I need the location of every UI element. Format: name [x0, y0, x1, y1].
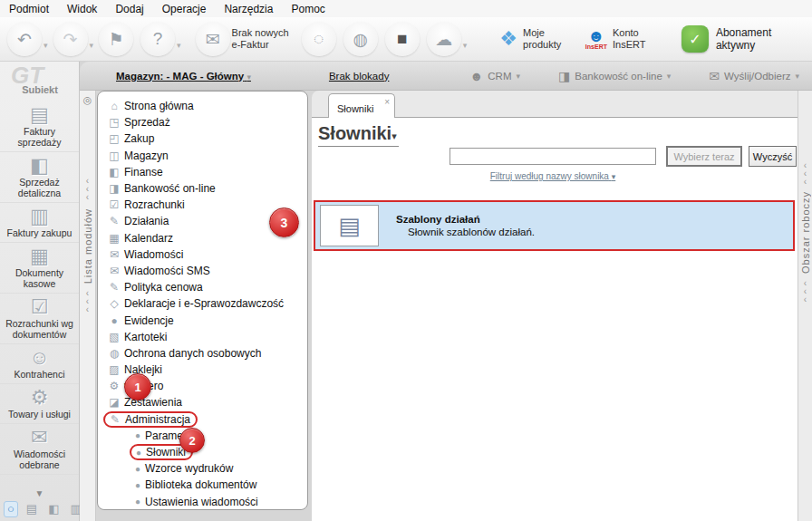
module-icon: ☑ [2, 296, 77, 318]
mini-tab-retail[interactable]: ◧ [45, 502, 62, 516]
sidebar-item-faktury-zakupu[interactable]: ▥ Faktury zakupu [0, 203, 79, 243]
chevron-down-icon[interactable]: ▾ [44, 41, 48, 50]
tree-item-ustawienia-wiadomosci[interactable]: ● Ustawienia wiadomości [132, 496, 258, 508]
mini-tab-modules[interactable]: ○ [4, 501, 18, 517]
insert-badge: InsERT [585, 43, 607, 50]
ksef-envelope-icon[interactable]: ✉ [196, 22, 230, 56]
collapse-chevron-icon: ‹ [804, 295, 807, 304]
menu-item[interactable]: Podmiot [9, 3, 49, 15]
forward-button[interactable]: ↷ [53, 22, 88, 56]
cloud-button[interactable]: ☁ [427, 22, 461, 56]
tree-item-bankowosc-on-line[interactable]: ◨ Bankowość on-line [106, 182, 216, 195]
tree-item-kartoteki[interactable]: ▧ Kartoteki [106, 331, 167, 343]
tree-item-icon: ⚙ [106, 380, 122, 392]
sidebar-item-faktury-sprzedazy[interactable]: ▤ Faktury sprzedaży [0, 101, 79, 152]
brak-blokady-link[interactable]: Brak blokady [329, 71, 389, 82]
tree-row: ✉ Wiadomości [98, 246, 307, 263]
tree-item-ochrona-danych-osobowych[interactable]: ◍ Ochrona danych osobowych [106, 347, 261, 360]
chevron-down-icon[interactable]: ▾ [90, 41, 94, 50]
close-icon[interactable]: × [384, 97, 390, 107]
back-button[interactable]: ↶ [7, 22, 42, 56]
sidebar-item-towary-i-uslugi[interactable]: ⚙ Towary i usługi [0, 384, 79, 424]
globe-button[interactable]: ◍ [343, 22, 378, 56]
cube-button[interactable]: ■ [385, 22, 420, 56]
chevron-down-icon[interactable]: ▾ [177, 41, 181, 50]
wybierz-teraz-button[interactable]: Wybierz teraz [666, 146, 742, 167]
tree-row: ● Wzorce wydruków [98, 460, 307, 477]
crm-menu[interactable]: ☻ CRM ▾ [470, 69, 520, 83]
flag-button[interactable]: ⚑ [99, 22, 133, 56]
module-sidebar: GT Subiekt ▤ Faktury sprzedaży ◧ Sprzeda… [0, 62, 80, 521]
tree-item-icon: ☑ [106, 198, 122, 211]
menu-item[interactable]: Operacje [162, 3, 207, 15]
send-receive-icon: ✉ [709, 69, 720, 83]
modules-strip[interactable]: ◎ ‹ ‹ ‹ Lista modułów ‹ ‹ ‹ [80, 91, 96, 521]
tree-item-wiadomosci[interactable]: ✉ Wiadomości [106, 248, 183, 261]
tree-item-kalendarz[interactable]: ▦ Kalendarz [106, 232, 173, 245]
tab-slowniki[interactable]: Słowniki × [328, 93, 395, 119]
dictionary-search-input[interactable] [450, 148, 656, 165]
bank-lock-icon: ◨ [558, 69, 570, 83]
magazyn-selector-link[interactable]: Magazyn: - MAG - Główny ▾ [116, 71, 251, 82]
menu-item[interactable]: Pomoc [291, 3, 324, 15]
tree-item-polityka-cenowa[interactable]: ✎ Polityka cenowa [106, 281, 203, 294]
menu-item[interactable]: Narzędzia [224, 3, 273, 15]
tree-item-icon: ✎ [106, 281, 122, 294]
tree-item-biblioteka-dokumentow[interactable]: ● Biblioteka dokumentów [132, 478, 256, 491]
workspace-strip[interactable]: ‹ ‹ ‹ Obszar roboczy ‹ ‹ ‹ [798, 91, 812, 521]
tree-row: ⌂ Strona główna [98, 98, 307, 114]
tree-item-dzialania[interactable]: ✎ Działania [106, 215, 169, 227]
chevron-down-icon: ▾ [795, 72, 799, 81]
tree-item-finanse[interactable]: ◧ Finanse [106, 166, 163, 178]
tree-item-icon: ▦ [106, 232, 122, 245]
tree-item-wzorce-wydrukow[interactable]: ● Wzorce wydruków [132, 462, 233, 475]
insert-account-icon[interactable]: ☻ InsERT [585, 28, 607, 50]
dict-item-szablony-dzialan[interactable]: ▤ Szablony działań Słownik szablonów dzi… [314, 200, 795, 251]
tree-item-sprzedaz[interactable]: ◳ Sprzedaż [106, 116, 170, 129]
tree-item-ewidencje[interactable]: ● Ewidencje [106, 314, 174, 327]
tree-item-icon: ◫ [106, 150, 122, 162]
main-toolbar: ↶ ▾ ↷ ▾ ⚑ ? ▾ ✉ Brak nowych e-Faktur ◌ [0, 17, 812, 62]
tree-item-label: Kartoteki [124, 331, 167, 343]
sidebar-item-wiadomosci-odebrane[interactable]: ✉ Wiadomości odebrane [0, 424, 79, 475]
tree-item-rozrachunki[interactable]: ☑ Rozrachunki [106, 198, 185, 211]
dictionary-description: Słownik szablonów działań. [408, 227, 535, 237]
tree-item-zakup[interactable]: ◰ Zakup [106, 132, 154, 145]
sidebar-item-dokumenty-kasowe[interactable]: ▦ Dokumenty kasowe [0, 243, 79, 294]
konto-insert-label[interactable]: Konto InsERT [613, 27, 649, 51]
dictionary-title: Szablony działań [396, 214, 535, 225]
wyslij-odbierz-menu[interactable]: ✉ Wyślij/Odbierz ▾ [709, 69, 799, 83]
tree-item-label: Sprzedaż [124, 116, 170, 129]
tree-item-wiadomosci-sms[interactable]: ✉ Wiadomości SMS [106, 265, 210, 277]
sidebar-item-sprzedaz-detaliczna[interactable]: ◧ Sprzedaż detaliczna [0, 152, 79, 203]
tree-item-strona-glowna[interactable]: ⌂ Strona główna [106, 100, 194, 112]
subscription-shield-icon[interactable]: ✓ [682, 25, 709, 53]
module-icon: ▤ [2, 104, 77, 126]
moje-produkty-label[interactable]: Moje produkty [523, 27, 569, 51]
menu-item[interactable]: Widok [67, 3, 97, 15]
help-button[interactable]: ? [140, 22, 175, 56]
tree-row: ✉ Wiadomości SMS [98, 263, 307, 279]
tree-item-magazyn[interactable]: ◫ Magazyn [106, 150, 169, 162]
sidebar-item-rozrachunki-wg-dokumentow[interactable]: ☑ Rozrachunki wg dokumentów [0, 294, 79, 344]
tree-item-label: Zakup [124, 132, 154, 145]
products-tiles-icon[interactable]: ❖ [499, 27, 517, 51]
tree-row: ◧ Finanse [98, 164, 307, 180]
page-title[interactable]: Słowniki▾ [318, 123, 399, 147]
sidebar-more-arrow[interactable]: ▼ [0, 489, 79, 498]
tree-item-administracja[interactable]: ✎ Administracja [103, 411, 198, 428]
chevron-down-icon[interactable]: ▾ [463, 41, 468, 50]
sidebar-item-kontrahenci[interactable]: ☺ Kontrahenci [0, 344, 79, 384]
wyczysc-button[interactable]: Wyczyść [749, 146, 797, 167]
dots-button[interactable]: ◌ [302, 22, 336, 56]
tree-item-deklaracje-i-e-sprawozdawczosc[interactable]: ◇ Deklaracje i e-Sprawozdawczość [106, 297, 284, 310]
callout-badge-1: 1 [124, 373, 151, 400]
menu-item[interactable]: Dodaj [115, 3, 143, 15]
filter-by-name-link[interactable]: Filtruj według nazwy słownika ▾ [450, 171, 656, 181]
mini-tab-sales[interactable]: ▤ [24, 502, 40, 516]
tree-item-label: Ochrona danych osobowych [124, 347, 261, 360]
bankowosc-menu[interactable]: ◨ Bankowość on-line ▾ [558, 69, 671, 83]
main-panel: Słowniki × Słowniki▾ Wybierz teraz Wyczy… [312, 91, 798, 521]
module-icon: ▥ [2, 206, 77, 227]
pin-icon[interactable]: ◎ [83, 94, 92, 106]
